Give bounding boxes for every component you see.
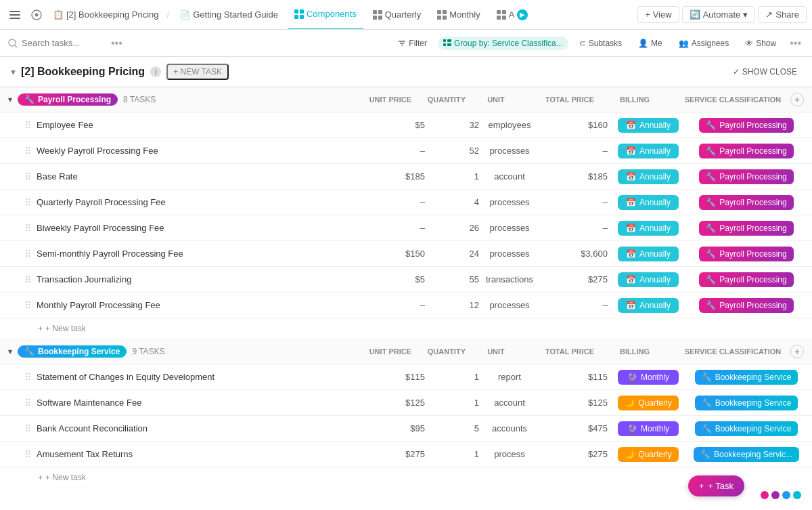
- tab-getting-started[interactable]: 📄 Getting Started Guide: [173, 0, 285, 30]
- drag-handle[interactable]: ⠿: [24, 274, 31, 285]
- view-btn[interactable]: + View: [637, 6, 679, 23]
- collapse-all-icon[interactable]: ▾: [11, 66, 16, 77]
- filter-more-btn[interactable]: •••: [787, 37, 804, 49]
- drag-handle[interactable]: ⠿: [24, 372, 31, 383]
- billing-badge[interactable]: 🌙Quarterly: [618, 447, 679, 462]
- drag-handle[interactable]: ⠿: [24, 249, 31, 259]
- dot-pink: [761, 491, 769, 499]
- drag-handle[interactable]: ⠿: [24, 120, 31, 131]
- show-close-btn[interactable]: ✓ SHOW CLOSE: [729, 65, 801, 79]
- drag-handle[interactable]: ⠿: [24, 171, 31, 182]
- billing-badge[interactable]: 🔮Monthly: [618, 370, 679, 385]
- service-label: Bookkeeping Service: [715, 373, 792, 382]
- share-btn[interactable]: ↗ Share: [758, 6, 807, 23]
- info-icon[interactable]: i: [150, 66, 161, 77]
- table-row[interactable]: ⠿ Statement of Changes in Equity Develop…: [0, 364, 812, 390]
- assignees-btn[interactable]: 👥 Assignees: [673, 37, 734, 50]
- billing-label: Annually: [639, 198, 671, 207]
- col-unit-price-header2: UNIT PRICE: [344, 347, 411, 356]
- drag-handle[interactable]: ⠿: [24, 223, 31, 234]
- billing-badge[interactable]: 📅Annually: [618, 195, 679, 210]
- billing-badge[interactable]: 📅Annually: [618, 298, 679, 313]
- billing-badge[interactable]: 📅Annually: [618, 118, 679, 133]
- sidebar-toggle-btn[interactable]: [5, 5, 24, 24]
- search-area[interactable]: [8, 38, 103, 48]
- service-badge[interactable]: 🔧Payroll Processing: [699, 195, 794, 210]
- service-badge[interactable]: 🔧Bookkeeping Service: [695, 396, 798, 410]
- service-badge[interactable]: 🔧Payroll Processing: [699, 272, 794, 287]
- service-badge[interactable]: 🔧Payroll Processing: [699, 118, 794, 133]
- table-row[interactable]: ⠿ Amusement Tax Returns $275 1 process $…: [0, 442, 812, 467]
- drag-handle[interactable]: ⠿: [24, 197, 31, 208]
- group-payroll-chevron[interactable]: ▾: [8, 95, 12, 104]
- table-row[interactable]: ⠿ Software Maintenance Fee $125 1 accoun…: [0, 390, 812, 416]
- tab-components[interactable]: Components: [288, 0, 363, 30]
- me-btn[interactable]: 👤 Me: [633, 37, 668, 50]
- filter-btn[interactable]: Filter: [392, 37, 432, 50]
- service-badge[interactable]: 🔧Bookkeeping Service: [695, 370, 798, 385]
- table-row[interactable]: ⠿ Employee Fee $5 32 employees $160 📅Ann…: [0, 112, 812, 138]
- subtasks-btn[interactable]: ⊂ Subtasks: [574, 37, 627, 50]
- app-icon-btn[interactable]: [27, 5, 46, 24]
- drag-handle[interactable]: ⠿: [24, 146, 31, 156]
- show-btn[interactable]: 👁 Show: [740, 37, 782, 50]
- billing-badge[interactable]: 🌙Quarterly: [618, 396, 679, 410]
- breadcrumb-item[interactable]: 📋 [2] Bookkeeping Pricing: [49, 7, 163, 22]
- drag-handle[interactable]: ⠿: [24, 300, 31, 311]
- svg-rect-18: [502, 10, 506, 14]
- dot-blue: [782, 491, 790, 499]
- service-badge[interactable]: 🔧Bookkeeping Service: [695, 421, 798, 436]
- add-col-icon2[interactable]: +: [790, 345, 804, 358]
- billing-label: Annually: [639, 249, 671, 259]
- task-quantity: 1: [425, 372, 479, 382]
- task-quantity: 24: [425, 249, 479, 259]
- service-badge[interactable]: 🔧Payroll Processing: [699, 247, 794, 261]
- service-badge[interactable]: 🔧Payroll Processing: [699, 221, 794, 236]
- floating-task-btn[interactable]: + + Task: [688, 475, 744, 496]
- svg-rect-7: [294, 15, 298, 19]
- add-col-icon[interactable]: +: [790, 93, 804, 106]
- new-task-btn[interactable]: + NEW TASK: [166, 64, 229, 80]
- add-task-payroll[interactable]: + + New task: [0, 318, 812, 339]
- group-payroll-count: 8 TASKS: [123, 95, 156, 104]
- table-row[interactable]: ⠿ Bank Account Reconciliation $95 5 acco…: [0, 416, 812, 442]
- table-row[interactable]: ⠿ Semi-monthly Payroll Processing Fee $1…: [0, 241, 812, 267]
- billing-badge[interactable]: 🔮Monthly: [618, 421, 679, 436]
- automate-btn[interactable]: 🔄 Automate ▾: [682, 6, 756, 23]
- tab-quarterly-icon: [373, 10, 382, 20]
- billing-icon: 🔮: [627, 424, 637, 433]
- service-label: Payroll Processing: [719, 172, 786, 182]
- svg-rect-2: [9, 18, 20, 19]
- table-row[interactable]: ⠿ Monthly Payroll Processing Fee – 12 pr…: [0, 293, 812, 318]
- table-row[interactable]: ⠿ Quarterly Payroll Processing Fee – 4 p…: [0, 190, 812, 215]
- billing-icon: 📅: [626, 224, 636, 233]
- table-row[interactable]: ⠿ Base Rate $185 1 account $185 📅Annuall…: [0, 164, 812, 190]
- service-badge[interactable]: 🔧Bookkeeping Servic...: [694, 447, 799, 462]
- drag-handle[interactable]: ⠿: [24, 398, 31, 408]
- billing-badge[interactable]: 📅Annually: [618, 144, 679, 158]
- billing-badge[interactable]: 📅Annually: [618, 272, 679, 287]
- billing-badge[interactable]: 📅Annually: [618, 247, 679, 261]
- tab-a[interactable]: A ▶: [490, 0, 535, 30]
- service-badge[interactable]: 🔧Payroll Processing: [699, 169, 794, 184]
- tab-quarterly[interactable]: Quarterly: [366, 0, 428, 30]
- search-input[interactable]: [22, 38, 103, 48]
- svg-rect-20: [502, 16, 506, 20]
- group-by-btn[interactable]: Group by: Service Classifica...: [438, 37, 568, 50]
- table-row[interactable]: ⠿ Weekly Payroll Processing Fee – 52 pro…: [0, 138, 812, 164]
- task-name: Semi-monthly Payroll Processing Fee: [37, 249, 357, 259]
- group-bookkeeping-chevron[interactable]: ▾: [8, 347, 12, 356]
- billing-badge[interactable]: 📅Annually: [618, 169, 679, 184]
- table-row[interactable]: ⠿ Biweekly Payroll Processing Fee – 26 p…: [0, 215, 812, 241]
- table-row[interactable]: ⠿ Transaction Journalizing $5 55 transac…: [0, 267, 812, 293]
- billing-icon: 🔮: [627, 373, 637, 382]
- billing-badge[interactable]: 📅Annually: [618, 221, 679, 236]
- task-unit-price: $125: [357, 398, 425, 408]
- task-total-price: $275: [540, 449, 608, 459]
- drag-handle[interactable]: ⠿: [24, 449, 31, 460]
- search-more-btn[interactable]: •••: [108, 37, 125, 49]
- tab-monthly[interactable]: Monthly: [430, 0, 487, 30]
- drag-handle[interactable]: ⠿: [24, 423, 31, 434]
- service-badge[interactable]: 🔧Payroll Processing: [699, 144, 794, 158]
- service-badge[interactable]: 🔧Payroll Processing: [699, 298, 794, 313]
